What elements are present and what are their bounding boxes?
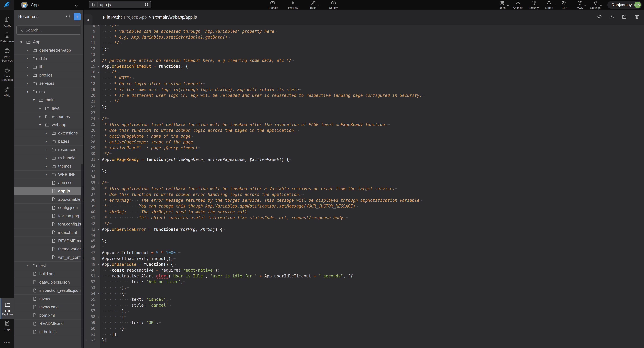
code-line[interactable]: 39·*·············You can change this tho… [84,203,644,209]
tree-row[interactable]: mvnw [14,295,83,303]
refresh-icon[interactable] [66,14,70,19]
code-line[interactable]: 53········},¬ [84,285,644,291]
collapsed-arrow-icon[interactable]: ▸ [27,82,32,85]
editor-settings-gear-icon[interactable] [596,14,602,21]
grid-icon[interactable] [144,2,149,7]
tree-row[interactable]: ▸WEB-INF [14,170,83,179]
user-menu[interactable]: Raajvamsy RA [607,1,642,9]
tree-row[interactable]: ▸lib [14,63,83,71]
tree-row[interactable]: font.config.js [14,220,83,229]
tree-row[interactable]: ▸test [14,262,83,270]
code-line[interactable]: 12};¬ [84,46,644,52]
code-line[interactable]: 35▾/*¬ [84,180,644,186]
collapsed-arrow-icon[interactable]: ▸ [39,106,45,110]
project-selector[interactable]: App [21,1,39,9]
code-line[interactable]: 24▾/*¬ [84,116,644,122]
fold-arrow-icon[interactable]: ▾ [98,273,99,279]
code-line[interactable]: 44¬ [84,232,644,238]
tree-row[interactable]: ▸i18n [14,55,83,63]
code-line[interactable]: 32¬ [84,162,644,168]
add-resource-button[interactable]: + [74,13,81,20]
tutorials-button[interactable]: Tutorials [267,0,278,10]
code-line[interactable]: 29·* $activePageEl : page jQuery element… [84,145,644,151]
chevron-down-icon[interactable] [318,4,320,6]
tree-row[interactable]: theme.variables.less [14,245,83,253]
security-button[interactable]: Security [528,0,539,10]
code-line[interactable]: 16▾····/*¬ [84,69,644,75]
collapsed-arrow-icon[interactable]: ▸ [27,48,32,52]
code-line[interactable]: 9·····* variables can be accessed throug… [84,29,644,34]
chevron-down-icon[interactable] [553,4,556,6]
sidebar-item-apis[interactable]: APIs [0,86,14,97]
search-input[interactable] [25,28,78,33]
tree-row[interactable]: ▸services [14,79,83,88]
code-line[interactable]: 58▾········{¬ [84,314,644,320]
tree-row[interactable]: wm_rn_config.js [14,253,83,262]
code-area[interactable]: 8▾····/*¬9·····* variables can be access… [84,25,644,348]
tree-row[interactable]: ▸resources [14,146,83,154]
tree-row[interactable]: README.md [14,319,83,328]
code-line[interactable]: 33};¬ [84,168,644,174]
tab-appjs[interactable]: app.js [89,1,152,8]
code-line[interactable]: 34¬ [84,174,644,180]
tree-row[interactable]: config.json [14,204,83,212]
fold-arrow-icon[interactable]: ▾ [98,116,99,122]
expanded-arrow-icon[interactable]: ▾ [33,98,39,102]
code-line[interactable]: 37·* Use this function to write common e… [84,192,644,198]
code-line[interactable]: 48App.resetInactivityTimeout();¬ [84,256,644,262]
build-button[interactable]: Build [308,0,318,10]
collapsed-arrow-icon[interactable]: ▸ [27,57,32,61]
tree-row[interactable]: app.css [14,179,83,187]
tree-row[interactable]: favicon.png [14,212,83,220]
chevron-down-icon[interactable] [507,4,509,6]
panel-scrollbar[interactable] [81,164,83,348]
fold-arrow-icon[interactable]: ▾ [98,180,99,186]
expanded-arrow-icon[interactable]: ▾ [20,40,26,44]
fold-arrow-icon[interactable]: ▾ [98,291,99,296]
code-line[interactable]: 17·····* NOTE:¬ [84,75,644,81]
save-file-icon[interactable] [622,14,627,21]
fold-arrow-icon[interactable]: ▾ [98,63,99,69]
tree-row[interactable]: ▸pages [14,137,83,146]
code-line[interactable]: 50····const reactnative = require('react… [84,267,644,273]
collapsed-arrow-icon[interactable]: ▸ [46,131,51,135]
collapsed-arrow-icon[interactable]: ▸ [27,264,32,268]
code-line[interactable]: 20·····* if a different user logs in, ap… [84,93,644,98]
collapsed-arrow-icon[interactable]: ▸ [46,139,51,143]
code-line[interactable]: 28·* activePageScope: scope of the page¬ [84,139,644,145]
sidebar-item-pages[interactable]: Pages [0,16,14,27]
code-line[interactable]: 31▾App.onPageReady = function(activePage… [84,157,644,162]
delete-file-trash-icon[interactable] [634,14,640,21]
code-line[interactable]: 43▾App.onServiceError = function(errorMs… [84,227,644,232]
collapsed-arrow-icon[interactable]: ▸ [27,73,32,77]
collapsed-arrow-icon[interactable]: ▸ [46,164,51,168]
code-line[interactable]: 25·* This application level callback fun… [84,122,644,127]
sidebar-item-file-explorer[interactable]: File Explorer [0,298,14,319]
code-line[interactable]: 10·····* e.g. App.Variables.staticVariab… [84,34,644,40]
code-line[interactable]: 8▾····/*¬ [84,25,644,29]
tree-row[interactable]: ▸java [14,104,83,113]
jobs-button[interactable]: Jobs [498,0,508,10]
code-line[interactable]: 59············text: 'OK',¬ [84,320,644,326]
vcs-button[interactable]: VCS [575,0,585,10]
tree-row[interactable]: ui-build.js [14,328,83,336]
code-line[interactable]: 36·* This application level callback fun… [84,186,644,192]
code-line[interactable]: 47App.userIdleTimeout = 5 * 1000;¬ [84,250,644,256]
code-line[interactable]: 62i}¶ [84,337,644,343]
download-file-icon[interactable] [609,14,614,21]
tree-row[interactable]: ▸extensions [14,129,83,137]
tree-row[interactable]: README.md [14,237,83,245]
code-line[interactable]: 52············text: 'Ask me later',¬ [84,279,644,285]
settings-button[interactable]: Settings [590,0,600,10]
expanded-arrow-icon[interactable]: ▾ [39,123,45,127]
code-line[interactable]: 26·* Use this function to write common l… [84,127,644,133]
tree-row[interactable]: pom.xml [14,311,83,320]
sidebar-item-web-services[interactable]: Web Services [0,48,14,62]
code-line[interactable]: 18·····* On re-login after session timeo… [84,81,644,87]
code-line[interactable]: 11·····*/¬ [84,40,644,46]
expanded-arrow-icon[interactable]: ▾ [27,90,32,94]
code-line[interactable]: 45};¬ [84,238,644,244]
tree-row[interactable]: ▸generated-rn-app [14,46,83,55]
collapsed-arrow-icon[interactable]: ▸ [46,148,51,152]
tree-row[interactable]: build.xml [14,270,83,278]
